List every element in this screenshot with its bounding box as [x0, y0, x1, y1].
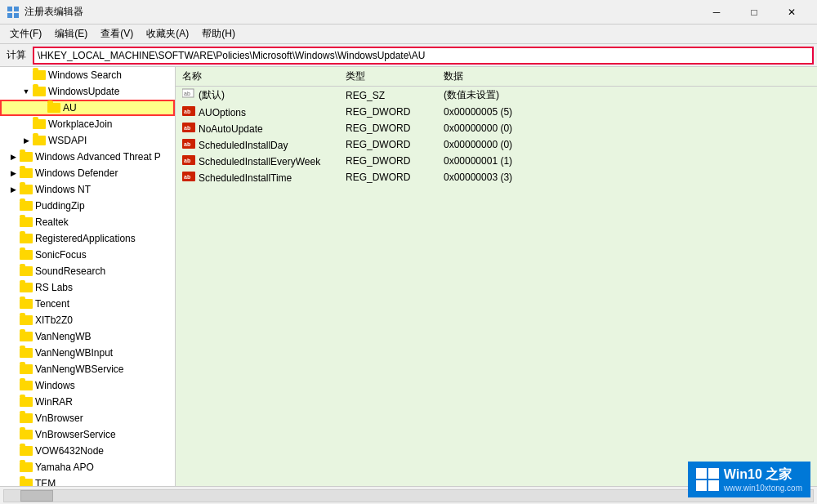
value-type: REG_SZ — [339, 87, 437, 105]
values-panel[interactable]: 名称 类型 数据 ab(默认) REG_SZ (数值未设置) abAUOptio… — [176, 67, 817, 486]
menu-view[interactable]: 查看(V) — [94, 25, 140, 42]
tree-item-windows-atp[interactable]: ▶ Windows Advanced Threat P — [0, 149, 175, 165]
tree-label: SoundResearch — [35, 265, 105, 277]
scrollbar-thumb[interactable] — [20, 490, 53, 502]
tree-item-au[interactable]: AU — [0, 100, 175, 116]
folder-icon — [20, 216, 33, 228]
expand-icon — [7, 265, 20, 278]
tree-item-puddingzip[interactable]: PuddingZip — [0, 198, 175, 214]
title-bar: 注册表编辑器 ─ □ ✕ — [0, 0, 817, 25]
tree-label: VnBrowserService — [35, 429, 116, 440]
tree-item-winrar[interactable]: WinRAR — [0, 394, 175, 410]
svg-text:ab: ab — [184, 141, 190, 147]
expand-icon: ▼ — [20, 85, 33, 98]
tree-item-vow6432node[interactable]: VOW6432Node — [0, 443, 175, 459]
tree-label: WindowsUpdate — [48, 86, 119, 97]
tree-item-sonic-focus[interactable]: SonicFocus — [0, 247, 175, 263]
tree-item-van-neng-wbinput[interactable]: VanNengWBInput — [0, 345, 175, 361]
window-controls: ─ □ ✕ — [698, 0, 810, 25]
folder-icon — [33, 118, 46, 130]
menu-bar: 文件(F) 编辑(E) 查看(V) 收藏夹(A) 帮助(H) — [0, 25, 817, 44]
tree-item-van-neng-wb[interactable]: VanNengWB — [0, 328, 175, 345]
menu-file[interactable]: 文件(F) — [3, 25, 48, 42]
registry-tree[interactable]: Windows Search ▼ WindowsUpdate AU Workpl… — [0, 67, 176, 486]
expand-icon — [7, 461, 20, 474]
folder-icon — [20, 314, 33, 326]
address-input[interactable] — [33, 47, 814, 65]
folder-icon — [33, 135, 46, 146]
value-data: 0x00000005 (5) — [437, 104, 817, 120]
address-bar: 计算 — [0, 44, 817, 67]
tree-item-windows-nt[interactable]: ▶ Windows NT — [0, 181, 175, 198]
folder-icon — [20, 413, 33, 424]
tree-label: RS Labs — [35, 282, 73, 293]
tree-item-wsdapi[interactable]: ▶ WSDAPI — [0, 132, 175, 149]
folder-icon — [20, 445, 33, 457]
expand-icon — [7, 216, 20, 229]
menu-help[interactable]: 帮助(H) — [195, 25, 242, 42]
folder-icon — [20, 282, 33, 293]
tree-item-van-neng-wbservice[interactable]: VanNengWBService — [0, 361, 175, 377]
menu-favorites[interactable]: 收藏夹(A) — [140, 25, 195, 42]
expand-icon — [7, 477, 20, 486]
col-header-name: 名称 — [176, 67, 339, 87]
folder-icon — [20, 298, 33, 310]
tree-item-tem[interactable]: TEM — [0, 475, 175, 486]
tree-item-tencent[interactable]: Tencent — [0, 296, 175, 312]
tree-item-registered-apps[interactable]: RegisteredApplications — [0, 230, 175, 247]
table-row[interactable]: abNoAutoUpdate REG_DWORD 0x00000000 (0) — [176, 120, 817, 136]
windows-logo — [696, 468, 719, 491]
value-data: 0x00000000 (0) — [437, 120, 817, 136]
tree-label: Tencent — [35, 298, 69, 310]
folder-icon — [20, 233, 33, 244]
expand-icon — [7, 428, 20, 441]
table-row[interactable]: abScheduledInstallTime REG_DWORD 0x00000… — [176, 169, 817, 185]
expand-icon — [7, 281, 20, 294]
tree-label: Realtek — [35, 216, 69, 228]
tree-item-sound-research[interactable]: SoundResearch — [0, 263, 175, 279]
value-name: abScheduledInstallTime — [176, 169, 339, 185]
svg-rect-0 — [7, 7, 12, 11]
svg-text:ab: ab — [184, 158, 190, 163]
svg-text:ab: ab — [184, 174, 190, 180]
tree-item-rs-labs[interactable]: RS Labs — [0, 279, 175, 296]
tree-label: Windows Defender — [35, 167, 118, 179]
window-title: 注册表编辑器 — [25, 5, 698, 19]
table-row[interactable]: abScheduledInstallEveryWeek REG_DWORD 0x… — [176, 153, 817, 169]
svg-text:ab: ab — [184, 109, 190, 114]
folder-icon — [20, 167, 33, 179]
folder-icon — [20, 331, 33, 342]
tree-label: Yamaha APO — [35, 462, 94, 473]
tree-item-vn-browser-service[interactable]: VnBrowserService — [0, 426, 175, 443]
tree-item-windows-defender[interactable]: ▶ Windows Defender — [0, 165, 175, 181]
main-content: Windows Search ▼ WindowsUpdate AU Workpl… — [0, 67, 817, 486]
svg-text:ab: ab — [184, 125, 190, 131]
table-row[interactable]: abScheduledInstallDay REG_DWORD 0x000000… — [176, 136, 817, 153]
expand-icon — [7, 444, 20, 457]
svg-rect-3 — [14, 13, 19, 18]
value-name: ab(默认) — [176, 87, 339, 105]
expand-icon — [20, 118, 33, 131]
menu-edit[interactable]: 编辑(E) — [48, 25, 94, 42]
value-type: REG_DWORD — [339, 153, 437, 169]
tree-item-windows-search[interactable]: Windows Search — [0, 67, 175, 83]
tree-label: SonicFocus — [35, 249, 87, 261]
tree-item-windows[interactable]: Windows — [0, 377, 175, 394]
value-type: REG_DWORD — [339, 136, 437, 153]
tree-item-vn-browser[interactable]: VnBrowser — [0, 410, 175, 426]
maximize-button[interactable]: □ — [735, 0, 773, 25]
tree-item-windows-update[interactable]: ▼ WindowsUpdate — [0, 83, 175, 100]
tree-item-workplacejoin[interactable]: WorkplaceJoin — [0, 116, 175, 132]
table-row[interactable]: abAUOptions REG_DWORD 0x00000005 (5) — [176, 104, 817, 120]
minimize-button[interactable]: ─ — [698, 0, 735, 25]
tree-item-yamaha-apo[interactable]: Yamaha APO — [0, 459, 175, 475]
expand-icon — [7, 330, 20, 343]
close-button[interactable]: ✕ — [773, 0, 810, 25]
value-data: 0x00000000 (0) — [437, 136, 817, 153]
table-row[interactable]: ab(默认) REG_SZ (数值未设置) — [176, 87, 817, 105]
expand-icon — [7, 379, 20, 392]
folder-icon — [20, 380, 33, 391]
value-name: abScheduledInstallDay — [176, 136, 339, 153]
tree-item-realtek[interactable]: Realtek — [0, 214, 175, 230]
tree-item-xitb2z0[interactable]: XITb2Z0 — [0, 312, 175, 328]
